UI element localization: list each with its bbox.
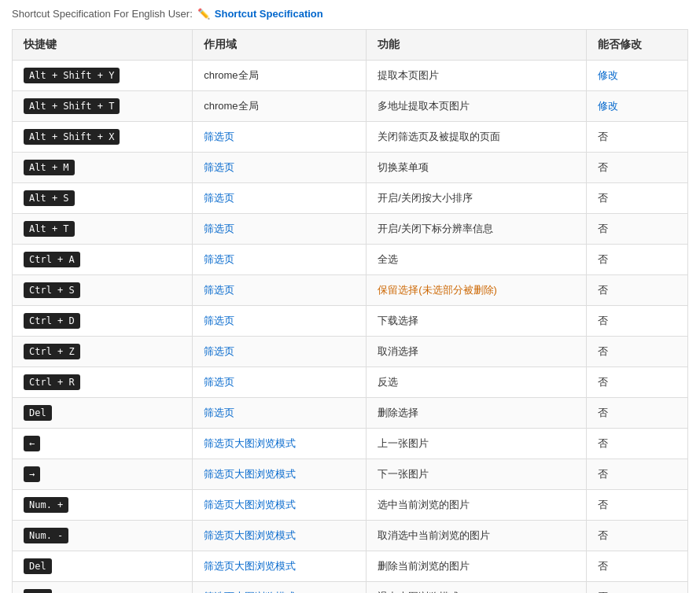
scope-link[interactable]: 筛选页 (204, 253, 234, 265)
scope-cell[interactable]: 筛选页大图浏览模式 (193, 490, 367, 521)
shortcut-cell: Num. + (13, 490, 193, 521)
scope-cell[interactable]: 筛选页 (193, 153, 367, 183)
function-link[interactable]: 保留选择(未选部分被删除) (378, 284, 497, 296)
scope-link[interactable]: 筛选页大图浏览模式 (204, 529, 296, 541)
scope-cell[interactable]: 筛选页 (193, 275, 367, 306)
scope-link[interactable]: 筛选页大图浏览模式 (204, 468, 296, 480)
table-row: ←筛选页大图浏览模式上一张图片否 (13, 429, 688, 459)
shortcut-cell: Alt + Shift + T (13, 91, 193, 122)
scope-link[interactable]: 筛选页 (204, 315, 234, 326)
scope-link[interactable]: 筛选页 (204, 192, 234, 204)
shortcut-key: Alt + S (24, 190, 75, 206)
scope-link[interactable]: 筛选页 (204, 345, 234, 357)
shortcut-cell: Ctrl + R (13, 367, 193, 398)
table-row: Alt + M筛选页切换菜单项否 (13, 153, 688, 183)
shortcut-cell: Ctrl + D (13, 306, 193, 337)
no-modify-label: 否 (598, 345, 608, 357)
no-modify-label: 否 (598, 161, 608, 173)
scope-cell[interactable]: 筛选页 (193, 214, 367, 245)
shortcut-cell: Alt + Shift + Y (13, 61, 193, 91)
modifiable-cell: 否 (587, 306, 688, 337)
scope-cell: chrome全局 (193, 91, 367, 122)
shortcut-cell: Alt + M (13, 153, 193, 183)
scope-link[interactable]: 筛选页 (204, 161, 234, 173)
col-header-modifiable: 能否修改 (587, 30, 688, 61)
function-cell: 取消选择 (367, 337, 587, 367)
no-modify-label: 否 (598, 376, 608, 388)
scope-link[interactable]: 筛选页 (204, 223, 234, 234)
table-row: Del筛选页大图浏览模式删除当前浏览的图片否 (13, 551, 688, 582)
scope-cell[interactable]: 筛选页 (193, 367, 367, 398)
scope-cell[interactable]: 筛选页 (193, 398, 367, 429)
scope-link[interactable]: 筛选页大图浏览模式 (204, 437, 296, 449)
shortcut-key: Alt + Shift + T (24, 98, 120, 114)
scope-link[interactable]: 筛选页 (204, 407, 234, 418)
shortcut-spec-link[interactable]: Shortcut Specification (215, 8, 323, 20)
scope-link[interactable]: 筛选页大图浏览模式 (204, 560, 296, 572)
shortcut-cell: Del (13, 551, 193, 582)
scope-cell[interactable]: 筛选页大图浏览模式 (193, 429, 367, 459)
table-header-row: 快捷键 作用域 功能 能否修改 (13, 30, 688, 61)
no-modify-label: 否 (598, 407, 608, 418)
function-cell: 开启/关闭按大小排序 (367, 183, 587, 214)
shortcut-key: Ctrl + R (24, 374, 80, 390)
modify-link[interactable]: 修改 (598, 100, 618, 112)
shortcut-key: Alt + Shift + X (24, 129, 120, 145)
table-row: Alt + S筛选页开启/关闭按大小排序否 (13, 183, 688, 214)
scope-cell[interactable]: 筛选页大图浏览模式 (193, 459, 367, 490)
modifiable-cell: 否 (587, 521, 688, 551)
no-modify-label: 否 (598, 499, 608, 510)
modifiable-cell: 否 (587, 153, 688, 183)
function-cell: 退出大图浏览模式 (367, 582, 587, 594)
shortcut-key: → (24, 466, 40, 482)
no-modify-label: 否 (598, 131, 608, 142)
scope-link[interactable]: 筛选页大图浏览模式 (204, 499, 296, 510)
scope-link[interactable]: 筛选页 (204, 376, 234, 388)
modifiable-cell: 否 (587, 398, 688, 429)
shortcut-cell: Ctrl + Z (13, 337, 193, 367)
modifiable-cell: 否 (587, 245, 688, 275)
no-modify-label: 否 (598, 468, 608, 480)
table-row: Alt + Shift + Ychrome全局提取本页图片修改 (13, 61, 688, 91)
scope-cell[interactable]: 筛选页大图浏览模式 (193, 551, 367, 582)
shortcut-key: Num. + (24, 497, 68, 513)
shortcut-cell: → (13, 459, 193, 490)
scope-cell[interactable]: 筛选页 (193, 337, 367, 367)
shortcut-key: Alt + Shift + Y (24, 68, 120, 83)
modifiable-cell: 否 (587, 337, 688, 367)
modifiable-cell[interactable]: 修改 (587, 91, 688, 122)
shortcut-cell: Esc (13, 582, 193, 594)
scope-link[interactable]: 筛选页 (204, 131, 234, 142)
scope-cell[interactable]: 筛选页 (193, 122, 367, 153)
function-cell: 全选 (367, 245, 587, 275)
scope-cell[interactable]: 筛选页 (193, 245, 367, 275)
modifiable-cell[interactable]: 修改 (587, 61, 688, 91)
modify-link[interactable]: 修改 (598, 69, 618, 81)
table-row: Ctrl + A筛选页全选否 (13, 245, 688, 275)
no-modify-label: 否 (598, 284, 608, 296)
table-row: Ctrl + S筛选页保留选择(未选部分被删除)否 (13, 275, 688, 306)
no-modify-label: 否 (598, 253, 608, 265)
modifiable-cell: 否 (587, 214, 688, 245)
scope-link[interactable]: 筛选页 (204, 284, 234, 296)
scope-cell[interactable]: 筛选页 (193, 306, 367, 337)
table-row: Alt + Shift + Tchrome全局多地址提取本页图片修改 (13, 91, 688, 122)
col-header-function: 功能 (367, 30, 587, 61)
table-row: →筛选页大图浏览模式下一张图片否 (13, 459, 688, 490)
shortcut-key: Num. - (24, 528, 68, 543)
shortcut-cell: Del (13, 398, 193, 429)
shortcut-key: Alt + T (24, 221, 75, 237)
function-cell: 提取本页图片 (367, 61, 587, 91)
shortcut-cell: Alt + S (13, 183, 193, 214)
scope-cell[interactable]: 筛选页大图浏览模式 (193, 582, 367, 594)
scope-cell[interactable]: 筛选页大图浏览模式 (193, 521, 367, 551)
modifiable-cell: 否 (587, 183, 688, 214)
function-cell: 下一张图片 (367, 459, 587, 490)
table-row: Ctrl + D筛选页下载选择否 (13, 306, 688, 337)
shortcut-key: Alt + M (24, 160, 75, 175)
scope-cell[interactable]: 筛选页 (193, 183, 367, 214)
function-cell: 下载选择 (367, 306, 587, 337)
no-modify-label: 否 (598, 223, 608, 234)
table-row: Num. +筛选页大图浏览模式选中当前浏览的图片否 (13, 490, 688, 521)
col-header-scope: 作用域 (193, 30, 367, 61)
